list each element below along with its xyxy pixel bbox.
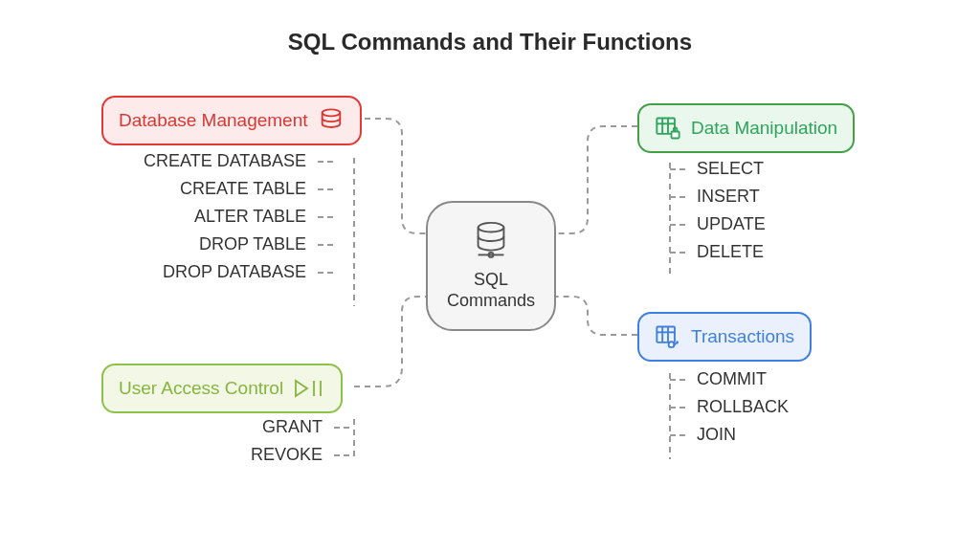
command-item: SELECT — [670, 159, 766, 179]
commands-data-manipulation: SELECT INSERT UPDATE DELETE — [670, 159, 766, 262]
branch-transactions: Transactions — [637, 312, 812, 362]
command-item: CREATE DATABASE — [144, 151, 333, 171]
commands-user-access-control: GRANT REVOKE — [251, 417, 349, 465]
page-title: SQL Commands and Their Functions — [0, 29, 980, 55]
database-icon — [318, 107, 345, 134]
table-key-icon — [655, 323, 681, 350]
commands-database-management: CREATE DATABASE CREATE TABLE ALTER TABLE… — [144, 151, 333, 282]
svg-point-0 — [479, 223, 504, 232]
table-lock-icon — [655, 115, 681, 142]
branch-data-manipulation: Data Manipulation — [637, 103, 855, 153]
branch-user-access-control: User Access Control — [101, 364, 343, 413]
command-item: CREATE TABLE — [144, 179, 333, 199]
command-item: JOIN — [670, 425, 789, 445]
branch-label: Database Management — [119, 110, 308, 131]
center-label: SQLCommands — [447, 270, 535, 311]
command-item: DROP TABLE — [144, 234, 333, 254]
branch-label: Transactions — [691, 326, 794, 347]
center-node: SQLCommands — [426, 201, 556, 331]
command-item: ROLLBACK — [670, 397, 789, 417]
command-item: ALTER TABLE — [144, 207, 333, 227]
svg-point-3 — [322, 109, 340, 116]
branch-database-management: Database Management — [101, 96, 362, 145]
svg-rect-11 — [657, 327, 675, 342]
command-item: REVOKE — [251, 445, 349, 465]
play-pause-icon — [293, 375, 325, 402]
branch-label: User Access Control — [119, 378, 283, 399]
command-item: DROP DATABASE — [144, 262, 333, 282]
svg-point-15 — [669, 342, 675, 347]
commands-transactions: COMMIT ROLLBACK JOIN — [670, 369, 789, 445]
database-icon — [469, 220, 513, 264]
svg-rect-8 — [672, 132, 679, 139]
command-item: DELETE — [670, 242, 766, 262]
command-item: UPDATE — [670, 214, 766, 234]
command-item: GRANT — [251, 417, 349, 437]
branch-label: Data Manipulation — [691, 118, 837, 139]
command-item: COMMIT — [670, 369, 789, 389]
command-item: INSERT — [670, 187, 766, 207]
